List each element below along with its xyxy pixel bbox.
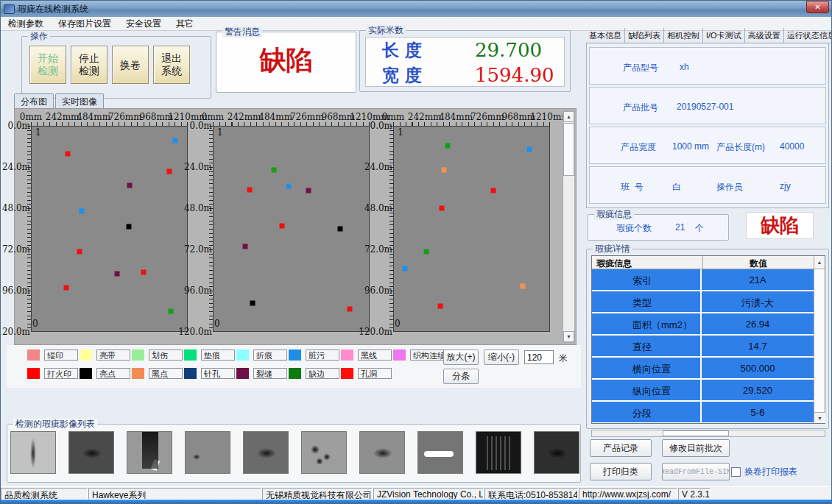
defect-point [520,284,525,289]
right-tab[interactable]: 相机控制 [664,28,703,43]
table-row[interactable]: 直径 14.7 [592,336,814,356]
legend-label: 织构连续 [410,349,444,361]
row-value-cell: 29.520 [702,380,814,400]
table-row[interactable]: 横向位置 500.000 [592,358,814,378]
legend-color-swatch [393,349,406,361]
corner-zero-label: 0 [32,319,38,329]
zoom-in-button[interactable]: 放大(+) [443,349,479,365]
print-classify-button[interactable]: 打印归类 [590,463,652,480]
modify-batch-button[interactable]: 修改目前批次 [662,439,730,457]
view-tab[interactable]: 实时图像 [55,93,104,108]
split-button[interactable]: 分条 [443,369,479,384]
product-model-label: 产品型号 [623,62,658,74]
defect-map-plot: 0mm242mm484mm726mm968mm1210mm 0.0m24.0m4… [198,112,370,344]
legend-label: 垫痕 [201,349,235,361]
y-tick-label: 72.0m [364,244,392,255]
legend-label: 黑线 [358,349,392,361]
scrollbar-thumb[interactable] [563,123,574,176]
table-row[interactable]: 纵向位置 29.520 [592,380,814,400]
operation-button[interactable]: 换卷 [112,46,149,84]
product-width-value: 1000 mm [672,141,709,152]
x-tick-label: 242mm [46,112,80,122]
right-tab-bar: 基本信息缺陷列表相机控制I/O卡测试高级设置运行状态信息 [586,28,831,43]
operation-button[interactable]: 退出 系统 [153,46,190,84]
right-tab[interactable]: 运行状态信息 [784,28,832,43]
legend-color-swatch [132,349,144,361]
window-title: 瑕疵在线检测系统 [18,3,88,15]
scrollbar-thumb[interactable] [663,430,729,436]
defect-thumbnail[interactable] [301,431,347,474]
defect-info-group: 瑕疵信息 瑕疵个数 21 个 [588,214,729,241]
table-row[interactable]: 面积（mm2） 26.94 [592,313,814,334]
defect-thumbnail[interactable] [243,431,289,474]
legend-label: 辊印 [44,349,78,361]
camera-number-label: 1 [217,127,223,138]
defect-point [526,146,532,152]
legend-label: 缺边 [306,368,339,379]
product-width-label: 产品宽度 [621,141,656,154]
defect-thumbnail[interactable] [534,431,579,474]
x-ruler: 0mm242mm484mm726mm968mm1210mm [213,112,370,126]
operation-button[interactable]: 停止 检测 [71,46,107,84]
x-tick-label: 242mm [408,112,442,122]
defect-point [250,301,255,306]
legend-color-swatch [341,368,353,379]
plot-vertical-scrollbar[interactable]: ▲ ▼ [563,110,575,343]
legend-color-swatch [236,349,249,361]
menu-item[interactable]: 安全设置 [119,17,169,31]
legend-item: 缺边 [289,368,341,380]
defect-thumbnail[interactable] [359,431,405,474]
x-tick-label: 484mm [258,112,292,122]
print-report-checkbox[interactable] [731,467,741,477]
table-row[interactable]: 类型 污渍-大 [592,291,814,312]
y-tick-label: 48.0m [364,203,392,213]
y-tick-label: 72.0m [2,244,30,255]
defect-thumbnail[interactable] [185,431,230,474]
right-tab[interactable]: 缺陷列表 [625,28,664,43]
operation-group: 操作 开始 检测停止 检测换卷退出 系统 [21,36,211,99]
operation-button[interactable]: 开始 检测 [29,46,66,84]
legend-item: 针孔 [184,368,236,380]
defect-point [280,224,285,229]
legend-item: 辊印 [27,349,80,362]
defect-point [173,138,178,143]
table-row[interactable]: 分段 5-6 [592,402,814,422]
legend-color-swatch [184,368,197,379]
meter-range-input[interactable] [524,350,554,364]
scroll-up-icon[interactable]: ▲ [563,111,574,122]
defect-map-canvas[interactable]: 1 0 [31,126,188,332]
defect-point [115,271,120,277]
menu-item[interactable]: 保存图片设置 [51,17,119,31]
right-tab[interactable]: 高级设置 [745,28,784,43]
zoom-out-button[interactable]: 缩小(-) [484,349,519,365]
defect-map-canvas[interactable]: 1 0 [393,126,550,332]
y-tick-label: 72.0m [184,244,212,255]
defect-thumbnail[interactable] [476,431,521,474]
app-window: 瑕疵在线检测系统 ✕ 检测参数保存图片设置安全设置其它 操作 开始 检测停止 检… [0,0,832,504]
defect-thumbnail[interactable] [10,431,56,474]
row-value-cell: 500.000 [702,358,814,378]
menu-item[interactable]: 其它 [169,17,201,31]
read-from-file-button: ReadFromFile-SIM [662,463,730,480]
menu-item[interactable]: 检测参数 [1,17,51,31]
defect-thumbnail[interactable] [417,431,463,474]
legend-item: 打火印 [27,368,80,380]
right-tab[interactable]: I/O卡测试 [703,28,745,43]
defect-thumbnail[interactable] [68,431,114,474]
product-record-button[interactable]: 产品记录 [590,439,652,457]
x-tick-label: 726mm [290,112,324,122]
defect-point [167,169,172,174]
table-row[interactable]: 索引 21A [592,269,814,290]
defect-point [63,285,68,290]
table-vertical-scrollbar[interactable]: ▼ [814,269,825,423]
scroll-down-icon[interactable]: ▼ [563,331,574,342]
table-horizontal-scrollbar[interactable] [591,430,825,437]
view-tab[interactable]: 分布图 [14,93,54,108]
product-batch-label: 产品批号 [623,102,658,114]
table-scroll-up-icon[interactable]: ▲ [814,256,825,269]
defect-map-canvas[interactable]: 1 0 [213,126,370,332]
close-button[interactable]: ✕ [806,1,829,13]
right-tab[interactable]: 基本信息 [586,28,625,43]
table-scroll-down-icon[interactable]: ▼ [814,412,825,423]
defect-thumbnail[interactable] [127,431,172,474]
